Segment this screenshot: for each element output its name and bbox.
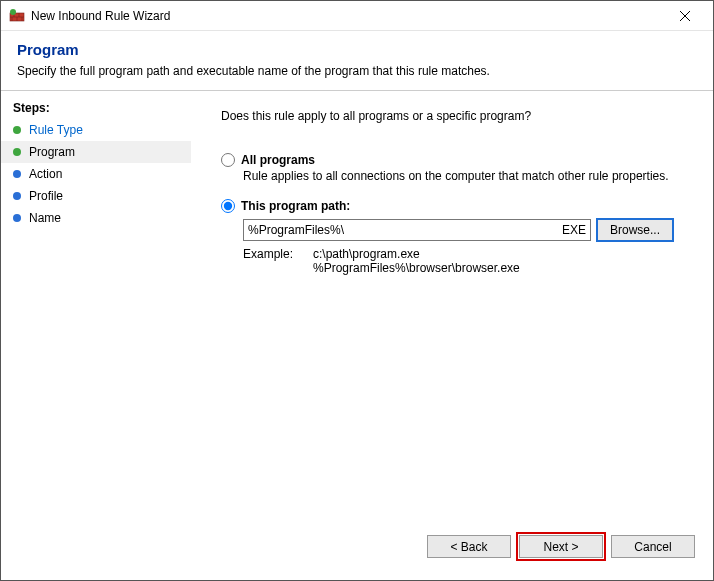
radio-all-programs-desc: Rule applies to all connections on the c… [243, 169, 695, 183]
bullet-icon [13, 214, 21, 222]
step-label: Profile [29, 189, 63, 203]
step-name[interactable]: Name [1, 207, 191, 229]
radio-all-programs[interactable] [221, 153, 235, 167]
radio-this-program-row: This program path: [221, 199, 695, 213]
example-path-1: c:\path\program.exe [313, 247, 520, 261]
bullet-icon [13, 126, 21, 134]
firewall-icon [9, 8, 25, 24]
step-action[interactable]: Action [1, 163, 191, 185]
step-label: Action [29, 167, 62, 181]
body: Steps: Rule Type Program Action Profile … [1, 90, 713, 580]
step-label: Rule Type [29, 123, 83, 137]
bullet-icon [13, 192, 21, 200]
program-path-input[interactable]: %ProgramFiles%\ EXE [243, 219, 591, 241]
radio-all-programs-label: All programs [241, 153, 315, 167]
radio-this-program-label: This program path: [241, 199, 350, 213]
step-label: Name [29, 211, 61, 225]
question-text: Does this rule apply to all programs or … [221, 109, 695, 123]
back-button[interactable]: < Back [427, 535, 511, 558]
titlebar: New Inbound Rule Wizard [1, 1, 713, 31]
page-title: Program [17, 41, 697, 58]
program-path-value: %ProgramFiles%\ [248, 223, 562, 237]
step-label: Program [29, 145, 75, 159]
bullet-icon [13, 170, 21, 178]
bullet-icon [13, 148, 21, 156]
step-rule-type[interactable]: Rule Type [1, 119, 191, 141]
radio-all-programs-row: All programs [221, 153, 695, 167]
steps-sidebar: Steps: Rule Type Program Action Profile … [1, 91, 191, 580]
browse-button[interactable]: Browse... [597, 219, 673, 241]
content-pane: Does this rule apply to all programs or … [191, 91, 713, 580]
example-path-2: %ProgramFiles%\browser\browser.exe [313, 261, 520, 275]
step-program[interactable]: Program [1, 141, 191, 163]
header: Program Specify the full program path an… [1, 31, 713, 90]
svg-point-8 [10, 9, 16, 15]
cancel-button[interactable]: Cancel [611, 535, 695, 558]
step-profile[interactable]: Profile [1, 185, 191, 207]
wizard-window: New Inbound Rule Wizard Program Specify … [0, 0, 714, 581]
close-button[interactable] [665, 2, 705, 30]
steps-title: Steps: [1, 99, 191, 119]
example-block: Example: c:\path\program.exe %ProgramFil… [243, 247, 695, 275]
program-path-row: %ProgramFiles%\ EXE Browse... [243, 219, 695, 241]
program-path-ext: EXE [562, 223, 586, 237]
radio-this-program[interactable] [221, 199, 235, 213]
window-title: New Inbound Rule Wizard [31, 9, 665, 23]
footer-buttons: < Back Next > Cancel [221, 535, 695, 572]
example-label: Example: [243, 247, 313, 275]
page-subtitle: Specify the full program path and execut… [17, 64, 697, 78]
next-button[interactable]: Next > [519, 535, 603, 558]
